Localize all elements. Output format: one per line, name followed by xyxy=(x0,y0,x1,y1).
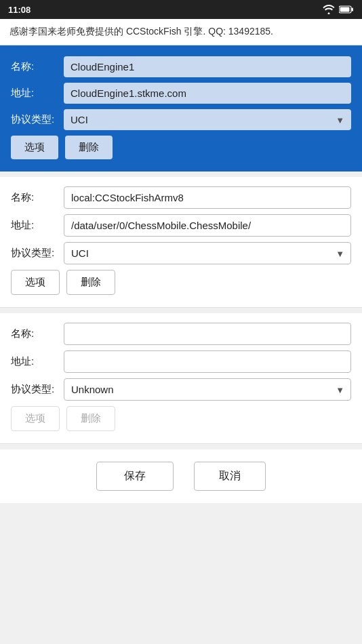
info-text: 感谢李国来老师免费提供的 CCStockFish 引擎. QQ: 1349218… xyxy=(0,19,362,45)
svg-rect-2 xyxy=(340,7,350,12)
engine1-name-row: 名称: xyxy=(11,56,351,77)
engine2-protocol-label: 协议类型: xyxy=(11,247,64,260)
engine1-protocol-row: 协议类型: UCI UCCI Unknown ▼ xyxy=(11,109,351,130)
engine3-options-button: 选项 xyxy=(11,406,60,431)
engine2-name-label: 名称: xyxy=(11,191,64,204)
engine2-protocol-dropdown-wrapper: UCI UCCI Unknown ▼ xyxy=(64,242,351,264)
engine1-delete-button[interactable]: 删除 xyxy=(65,136,113,159)
engine3-address-input[interactable] xyxy=(64,350,351,373)
engine2-address-input[interactable] xyxy=(64,214,351,237)
engine1-btn-row: 选项 删除 xyxy=(11,136,351,159)
engine2-protocol-row: 协议类型: UCI UCCI Unknown ▼ xyxy=(11,242,351,264)
engine1-address-row: 地址: xyxy=(11,83,351,104)
engine2-name-row: 名称: xyxy=(11,186,351,209)
save-button[interactable]: 保存 xyxy=(96,462,174,491)
engine1-protocol-select[interactable]: UCI UCCI Unknown xyxy=(64,109,351,130)
engine3-protocol-select[interactable]: UCI UCCI Unknown xyxy=(64,378,351,401)
engine2-protocol-select[interactable]: UCI UCCI Unknown xyxy=(64,242,351,264)
engine2-options-button[interactable]: 选项 xyxy=(11,270,60,295)
status-time: 11:08 xyxy=(8,5,31,15)
engine1-address-label: 地址: xyxy=(11,87,64,100)
engine3-name-label: 名称: xyxy=(11,327,64,340)
engine2-delete-button[interactable]: 删除 xyxy=(66,270,115,295)
engine2-card: 名称: 地址: 协议类型: UCI UCCI Unknown ▼ 选项 删除 xyxy=(0,177,362,308)
svg-rect-1 xyxy=(352,8,354,12)
engine3-delete-button: 删除 xyxy=(66,406,115,431)
engine1-protocol-dropdown-wrapper: UCI UCCI Unknown ▼ xyxy=(64,109,351,130)
engine1-name-input[interactable] xyxy=(64,56,351,77)
engine3-protocol-label: 协议类型: xyxy=(11,383,64,396)
engine2-btn-row: 选项 删除 xyxy=(11,270,351,295)
engine3-address-row: 地址: xyxy=(11,350,351,373)
engine3-address-label: 地址: xyxy=(11,355,64,368)
cancel-button[interactable]: 取消 xyxy=(194,462,266,491)
battery-icon xyxy=(339,5,354,14)
action-bar: 保存 取消 xyxy=(0,449,362,503)
engine2-address-row: 地址: xyxy=(11,214,351,237)
status-icons xyxy=(323,5,354,14)
engine1-options-button[interactable]: 选项 xyxy=(11,136,58,159)
spacer2 xyxy=(0,308,362,313)
engine3-name-row: 名称: xyxy=(11,323,351,345)
engine3-btn-row: 选项 删除 xyxy=(11,406,351,431)
wifi-icon xyxy=(323,5,335,14)
engine3-card: 名称: 地址: 协议类型: UCI UCCI Unknown ▼ 选项 删除 xyxy=(0,313,362,444)
engine2-name-input[interactable] xyxy=(64,186,351,209)
engine1-protocol-label: 协议类型: xyxy=(11,113,64,126)
engine1-name-label: 名称: xyxy=(11,60,64,73)
engine3-name-input[interactable] xyxy=(64,323,351,345)
engine1-address-input[interactable] xyxy=(64,83,351,104)
spacer1 xyxy=(0,172,362,177)
engine3-protocol-dropdown-wrapper: UCI UCCI Unknown ▼ xyxy=(64,378,351,401)
status-bar: 11:08 xyxy=(0,0,362,19)
engine2-address-label: 地址: xyxy=(11,219,64,232)
engine1-card: 名称: 地址: 协议类型: UCI UCCI Unknown ▼ 选项 删除 xyxy=(0,45,362,172)
engine3-protocol-row: 协议类型: UCI UCCI Unknown ▼ xyxy=(11,378,351,401)
